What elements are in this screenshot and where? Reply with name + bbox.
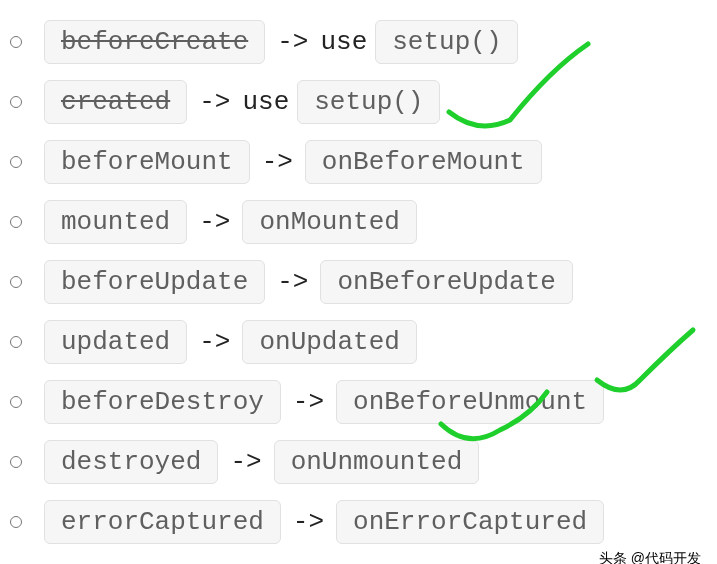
list-item: mounted->onMounted [10, 200, 707, 244]
list-item: beforeCreate->usesetup() [10, 20, 707, 64]
list-item: beforeDestroy->onBeforeUnmount [10, 380, 707, 424]
hook-from: destroyed [44, 440, 218, 484]
hook-from: beforeDestroy [44, 380, 281, 424]
bullet-icon [10, 96, 22, 108]
list-item: created->usesetup() [10, 80, 707, 124]
hook-from: mounted [44, 200, 187, 244]
use-keyword: use [242, 87, 289, 117]
bullet-icon [10, 36, 22, 48]
hook-to: onUpdated [242, 320, 416, 364]
hook-to: onUnmounted [274, 440, 480, 484]
bullet-icon [10, 456, 22, 468]
arrow-icon: -> [277, 27, 308, 57]
arrow-icon: -> [262, 147, 293, 177]
bullet-icon [10, 276, 22, 288]
hook-from: created [44, 80, 187, 124]
list-item: beforeMount->onBeforeMount [10, 140, 707, 184]
arrow-icon: -> [199, 87, 230, 117]
list-item: updated->onUpdated [10, 320, 707, 364]
list-item: destroyed->onUnmounted [10, 440, 707, 484]
lifecycle-hooks-list: beforeCreate->usesetup()created->usesetu… [10, 20, 707, 544]
hook-from: beforeMount [44, 140, 250, 184]
bullet-icon [10, 516, 22, 528]
hook-from: updated [44, 320, 187, 364]
hook-from: errorCaptured [44, 500, 281, 544]
bullet-icon [10, 156, 22, 168]
list-item: errorCaptured->onErrorCaptured [10, 500, 707, 544]
hook-to: onBeforeMount [305, 140, 542, 184]
bullet-icon [10, 336, 22, 348]
watermark: 头条 @代码开发 [599, 550, 701, 564]
hook-to: onBeforeUnmount [336, 380, 604, 424]
hook-to: setup() [375, 20, 518, 64]
hook-to: onErrorCaptured [336, 500, 604, 544]
arrow-icon: -> [277, 267, 308, 297]
hook-from: beforeUpdate [44, 260, 265, 304]
hook-to: setup() [297, 80, 440, 124]
hook-to: onBeforeUpdate [320, 260, 572, 304]
arrow-icon: -> [293, 507, 324, 537]
bullet-icon [10, 396, 22, 408]
hook-to: onMounted [242, 200, 416, 244]
arrow-icon: -> [230, 447, 261, 477]
bullet-icon [10, 216, 22, 228]
hook-from: beforeCreate [44, 20, 265, 64]
use-keyword: use [320, 27, 367, 57]
arrow-icon: -> [199, 207, 230, 237]
arrow-icon: -> [199, 327, 230, 357]
list-item: beforeUpdate->onBeforeUpdate [10, 260, 707, 304]
arrow-icon: -> [293, 387, 324, 417]
